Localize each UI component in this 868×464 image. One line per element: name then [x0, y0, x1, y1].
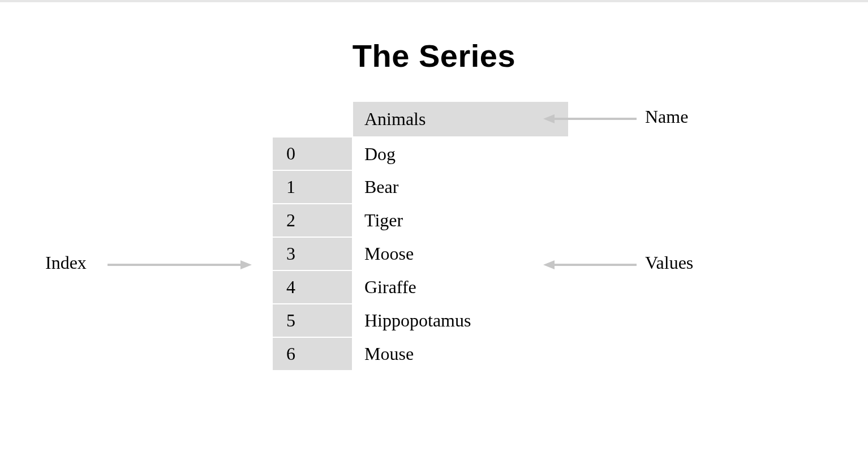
table-row: 3 Moose [272, 237, 569, 270]
index-cell: 5 [272, 304, 353, 337]
svg-marker-5 [240, 260, 252, 269]
page-title: The Series [0, 37, 868, 74]
label-name: Name [645, 106, 688, 127]
value-cell: Giraffe [353, 270, 569, 304]
index-cell: 4 [272, 270, 353, 304]
table-row: 5 Hippopotamus [272, 304, 569, 337]
arrow-right-icon [108, 259, 252, 270]
table-row: 2 Tiger [272, 204, 569, 237]
series-table: Animals 0 Dog 1 Bear 2 Tiger 3 Moose 4 G… [272, 101, 569, 371]
value-cell: Hippopotamus [353, 304, 569, 337]
table-row: 6 Mouse [272, 337, 569, 371]
index-cell: 3 [272, 237, 353, 270]
table-row: 1 Bear [272, 170, 569, 204]
index-header-blank [272, 101, 353, 137]
label-values: Values [645, 252, 693, 273]
header-row: Animals [272, 101, 569, 137]
index-cell: 6 [272, 337, 353, 371]
index-cell: 0 [272, 137, 353, 170]
top-divider [0, 0, 868, 2]
table-row: 0 Dog [272, 137, 569, 170]
index-cell: 2 [272, 204, 353, 237]
value-cell: Tiger [353, 204, 569, 237]
table-row: 4 Giraffe [272, 270, 569, 304]
value-cell: Dog [353, 137, 569, 170]
value-cell: Mouse [353, 337, 569, 371]
label-index: Index [45, 252, 87, 273]
value-cell: Bear [353, 170, 569, 204]
series-name-cell: Animals [353, 101, 569, 137]
value-cell: Moose [353, 237, 569, 270]
index-cell: 1 [272, 170, 353, 204]
